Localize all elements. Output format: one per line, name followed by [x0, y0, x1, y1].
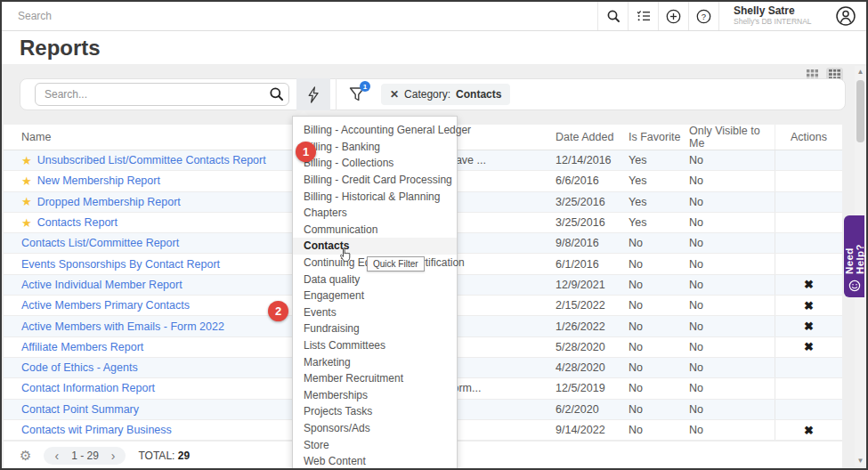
category-menu-item[interactable]: Contacts: [293, 238, 457, 255]
next-page-icon[interactable]: ›: [111, 450, 116, 461]
date-added-cell: 3/25/2016: [554, 196, 625, 208]
category-menu-item[interactable]: Store: [293, 436, 457, 453]
report-link[interactable]: Contact Information Report: [21, 382, 155, 394]
report-description-cell: nform...: [442, 382, 554, 394]
gear-icon[interactable]: ⚙: [20, 448, 31, 464]
favorite-star-icon: ★: [21, 174, 32, 188]
report-link[interactable]: Unsubscribed List/Committee Contacts Rep…: [37, 154, 266, 166]
category-menu-item[interactable]: Billing - Accounting General Ledger: [293, 122, 457, 139]
remove-report-icon[interactable]: ✖: [804, 340, 814, 353]
category-menu-item[interactable]: Lists Committees: [293, 337, 457, 354]
scrollbar-thumb[interactable]: [856, 80, 864, 142]
remove-report-icon[interactable]: ✖: [804, 320, 814, 333]
actions-cell: ✖: [775, 296, 842, 315]
actions-cell: [775, 378, 842, 398]
report-link[interactable]: Contact Point Summary: [21, 403, 139, 416]
category-menu-item[interactable]: Projects Tasks: [293, 403, 457, 420]
report-link[interactable]: Affiliate Members Report: [21, 341, 143, 353]
checklist-icon: [637, 10, 651, 22]
global-search-button[interactable]: [597, 2, 628, 30]
account-menu-button[interactable]: [825, 2, 866, 30]
is-favorite-cell: No: [625, 361, 685, 374]
only-visible-cell: No: [685, 424, 775, 436]
date-added-cell: 4/28/2020: [554, 361, 625, 374]
category-menu-item[interactable]: Billing - Credit Card Processing: [293, 172, 457, 189]
category-menu-item[interactable]: Billing - Collections: [293, 155, 457, 172]
actions-cell: [775, 150, 842, 170]
category-menu-item[interactable]: Chapters: [293, 205, 457, 222]
global-search-input[interactable]: Search: [2, 2, 597, 30]
report-link[interactable]: Active Individual Member Report: [21, 279, 183, 291]
is-favorite-cell: Yes: [625, 154, 685, 166]
search-icon[interactable]: [269, 86, 284, 101]
question-circle-icon: ?: [696, 9, 711, 24]
need-help-tab[interactable]: Need Help?: [844, 215, 864, 297]
svg-text:?: ?: [702, 12, 706, 21]
scroll-up-icon[interactable]: ▲: [855, 66, 866, 77]
column-header-is-favorite[interactable]: Is Favorite: [625, 131, 685, 143]
category-menu-item[interactable]: Marketing: [293, 353, 457, 370]
tasks-menu-button[interactable]: [628, 2, 658, 30]
category-menu-item[interactable]: Communication: [293, 222, 457, 239]
remove-report-icon[interactable]: ✖: [804, 278, 814, 291]
only-visible-cell: No: [685, 216, 775, 229]
only-visible-cell: No: [685, 382, 775, 394]
is-favorite-cell: No: [625, 299, 685, 312]
filter-button[interactable]: 1: [342, 81, 372, 108]
support-smiley-icon: [848, 280, 861, 292]
chip-remove-icon[interactable]: ✕: [390, 88, 399, 101]
date-added-cell: 3/25/2016: [554, 216, 625, 229]
report-link[interactable]: Events Sponsorships By Contact Report: [21, 258, 220, 271]
report-link[interactable]: New Membership Report: [37, 174, 160, 187]
actions-cell: ✖: [775, 420, 842, 440]
report-link[interactable]: Contacts Report: [37, 216, 118, 229]
column-header-date-added[interactable]: Date Added: [554, 131, 625, 143]
category-menu-item[interactable]: Memberships: [293, 387, 457, 404]
scroll-down-icon[interactable]: ▼: [855, 455, 866, 466]
only-visible-cell: No: [685, 196, 775, 208]
report-link[interactable]: Dropped Membership Report: [37, 196, 181, 208]
category-menu-item[interactable]: Member Recruitment: [293, 370, 457, 387]
category-menu-item[interactable]: Data quality: [293, 271, 457, 288]
category-menu-item[interactable]: Billing - Banking: [293, 139, 457, 156]
only-visible-cell: No: [685, 279, 775, 291]
quick-filter-button[interactable]: [296, 78, 330, 110]
previous-page-icon[interactable]: ‹: [54, 450, 59, 461]
actions-cell: ✖: [775, 337, 842, 357]
category-menu-item[interactable]: Billing - Historical & Planning: [293, 188, 457, 205]
remove-report-icon[interactable]: ✖: [804, 299, 814, 312]
category-menu-item[interactable]: Sponsors/Ads: [293, 420, 457, 437]
actions-cell: [775, 192, 842, 212]
report-link[interactable]: Contacts List/Committee Report: [21, 237, 179, 249]
report-link[interactable]: Active Members Primary Contacts: [21, 299, 190, 312]
date-added-cell: 9/8/2016: [554, 237, 625, 249]
chip-value: Contacts: [456, 88, 501, 101]
date-added-cell: 9/14/2022: [554, 424, 625, 436]
app-window: Search ? Shelly Satre Shelly's DB INTERN…: [0, 0, 868, 470]
report-link[interactable]: Active Members with Emails - Form 2022: [21, 320, 224, 333]
category-menu-item[interactable]: Engagement: [293, 288, 457, 304]
column-header-only-visible[interactable]: Only Visible to Me: [685, 125, 775, 150]
remove-report-icon[interactable]: ✖: [804, 424, 814, 437]
plus-circle-icon: [666, 9, 681, 24]
date-added-cell: 2/15/2022: [554, 299, 625, 312]
actions-cell: ✖: [775, 316, 842, 336]
report-search-input[interactable]: [35, 83, 289, 106]
category-menu-item[interactable]: Events: [293, 304, 457, 321]
is-favorite-cell: Yes: [625, 174, 685, 187]
report-toolbar: 1 ✕ Category: Contacts: [20, 78, 846, 110]
is-favorite-cell: No: [625, 279, 685, 291]
actions-cell: [775, 254, 842, 273]
report-link[interactable]: Code of Ethics - Agents: [21, 361, 138, 374]
hand-cursor-icon: [339, 247, 352, 263]
user-info[interactable]: Shelly Satre Shelly's DB INTERNAL: [718, 2, 825, 30]
category-dropdown-menu: Billing - Accounting General Ledger Bill…: [292, 116, 458, 470]
report-link[interactable]: Contacts wit Primary Business: [21, 424, 172, 436]
help-button[interactable]: ?: [688, 2, 718, 30]
is-favorite-cell: No: [625, 403, 685, 416]
category-menu-item[interactable]: Fundraising: [293, 320, 457, 337]
total-count: TOTAL: 29: [138, 450, 190, 462]
quick-add-button[interactable]: [658, 2, 688, 30]
category-menu-item[interactable]: Web Content: [293, 453, 457, 470]
is-favorite-cell: No: [625, 237, 685, 249]
